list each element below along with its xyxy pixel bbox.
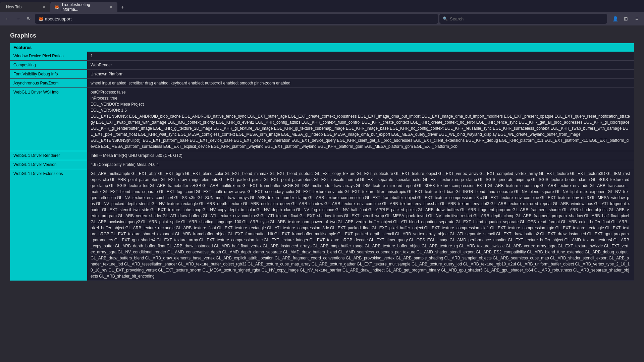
tab-favicon-firefox: 🦊: [54, 5, 59, 9]
back-button[interactable]: ←: [3, 14, 12, 23]
table-row-value: 4.6 (Compatibility Profile) Mesa 24.0.4: [87, 160, 634, 169]
address-input[interactable]: [45, 16, 435, 21]
tab-close-button[interactable]: ✕: [41, 4, 46, 10]
table-row: Asynchronous Pan/Zoomwheel input enabled…: [10, 79, 634, 88]
search-bar-container: 🔍: [439, 14, 607, 24]
table-row-value: Unknown Platform: [87, 70, 634, 79]
table-row: WebGL 1 Driver WSI InfooutOfProcess: fal…: [10, 88, 634, 151]
toolbar-icons: 👤 ⊞ ≡: [610, 14, 641, 23]
table-row-value: 1: [87, 52, 634, 61]
table-row: WebGL 1 Driver RendererIntel -- Mesa Int…: [10, 151, 634, 160]
table-row-label: Compositing: [10, 61, 87, 70]
search-icon: 🔍: [443, 16, 448, 21]
table-header-row: Features: [10, 43, 634, 52]
table-row-value: WebRender: [87, 61, 634, 70]
table-row: CompositingWebRender: [10, 61, 634, 70]
account-icon[interactable]: 👤: [610, 14, 620, 23]
table-row-label: WebGL 1 Driver Extensions: [10, 169, 87, 281]
tab-close-support-button[interactable]: ✕: [108, 4, 113, 10]
table-row: WebGL 1 Driver Version4.6 (Compatibility…: [10, 160, 634, 169]
table-row-label: WebGL 1 Driver WSI Info: [10, 88, 87, 151]
page-title: Graphics: [10, 32, 634, 39]
table-row-label: Asynchronous Pan/Zoom: [10, 79, 87, 88]
page-content: Graphics Features Window Device Pixel Ra…: [0, 25, 644, 362]
address-bar-container: 🦊: [35, 14, 438, 24]
extensions-icon[interactable]: ⊞: [621, 14, 631, 23]
browser-chrome: New Tab ✕ 🦊 Troubleshooting Informa... ✕…: [0, 0, 644, 25]
table-row-label: WebGL 1 Driver Renderer: [10, 151, 87, 160]
new-tab-button[interactable]: ＋: [117, 2, 127, 12]
page-favicon: 🦊: [38, 16, 43, 21]
tab-new-tab[interactable]: New Tab ✕: [0, 2, 50, 12]
table-row: WebGL 1 Driver ExtensionsGL_ARB_multisam…: [10, 169, 634, 281]
table-row: Window Device Pixel Ratios1: [10, 52, 634, 61]
table-header-cell: Features: [10, 43, 634, 52]
table-row-label: WebGL 1 Driver Version: [10, 160, 87, 169]
search-input[interactable]: [450, 16, 604, 21]
tab-label: New Tab: [6, 5, 21, 9]
table-row-value: outOfProcess: false inProcess: true EGL_…: [87, 88, 634, 151]
table-row-label: Window Device Pixel Ratios: [10, 52, 87, 61]
tab-bar: New Tab ✕ 🦊 Troubleshooting Informa... ✕…: [0, 0, 644, 12]
table-row-value: Intel -- Mesa Intel(R) UHD Graphics 630 …: [87, 151, 634, 160]
table-row-value: GL_ARB_multisample GL_EXT_abgr GL_EXT_bg…: [87, 169, 634, 281]
tab-label-support: Troubleshooting Informa...: [61, 2, 106, 12]
reload-button[interactable]: ↻: [24, 14, 34, 23]
features-table: Features Window Device Pixel Ratios1Comp…: [10, 43, 634, 281]
table-row-value: wheel input enabled; scrollbar drag enab…: [87, 79, 634, 88]
menu-icon[interactable]: ≡: [632, 14, 641, 23]
table-row: Font Visibility Debug InfoUnknown Platfo…: [10, 70, 634, 79]
table-row-label: Font Visibility Debug Info: [10, 70, 87, 79]
forward-button[interactable]: →: [13, 14, 23, 23]
nav-bar: ← → ↻ 🦊 🔍 👤 ⊞ ≡: [0, 12, 644, 25]
tab-support[interactable]: 🦊 Troubleshooting Informa... ✕: [50, 2, 117, 12]
